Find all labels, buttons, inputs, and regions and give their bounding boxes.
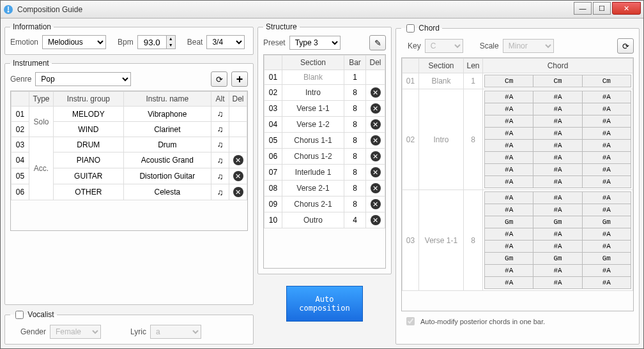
delete-icon[interactable]: ✕ xyxy=(233,187,243,197)
scale-select[interactable]: Minor xyxy=(503,39,554,53)
delete-icon[interactable]: ✕ xyxy=(371,167,381,177)
chord-cell[interactable]: #A xyxy=(582,204,631,216)
delete-icon[interactable]: ✕ xyxy=(371,135,381,145)
chord-cell[interactable]: Gm xyxy=(582,216,631,228)
chord-cell[interactable]: Cm xyxy=(485,75,533,87)
chord-cell[interactable]: #A xyxy=(533,91,582,103)
chord-cell[interactable]: #A xyxy=(485,265,533,277)
chord-cell[interactable]: #A xyxy=(582,164,631,176)
automod-checkbox[interactable] xyxy=(406,317,415,325)
chord-cell[interactable]: #A xyxy=(582,228,631,241)
cell-del[interactable] xyxy=(366,70,385,85)
close-button[interactable]: ✕ xyxy=(612,2,641,15)
cell-del[interactable]: ✕ xyxy=(366,165,385,181)
chord-cell[interactable]: #A xyxy=(485,128,533,140)
chord-cell[interactable]: #A xyxy=(582,152,631,164)
delete-icon[interactable]: ✕ xyxy=(371,199,381,209)
chord-cell[interactable]: #A xyxy=(582,115,631,128)
note-icon[interactable]: ♫ xyxy=(217,124,224,134)
chord-cell[interactable]: Cm xyxy=(582,75,631,87)
delete-icon[interactable]: ✕ xyxy=(371,215,381,225)
chord-cell[interactable]: #A xyxy=(533,152,582,164)
delete-icon[interactable]: ✕ xyxy=(371,151,381,161)
cell-alt[interactable]: ♫ xyxy=(211,152,229,168)
chord-cell[interactable]: #A xyxy=(582,91,631,103)
chord-cell[interactable]: Gm xyxy=(582,253,631,265)
cell-del[interactable]: ✕ xyxy=(366,85,385,101)
genre-select[interactable]: Pop xyxy=(35,72,131,86)
delete-icon[interactable]: ✕ xyxy=(371,119,381,130)
chord-cell[interactable]: #A xyxy=(533,241,582,253)
cell-del[interactable] xyxy=(229,107,247,122)
bpm-spinner[interactable]: ▲▼ xyxy=(137,35,176,49)
cell-del[interactable]: ✕ xyxy=(366,117,385,133)
chord-cell[interactable]: #A xyxy=(485,164,533,176)
chord-cell[interactable]: Gm xyxy=(533,216,582,228)
delete-icon[interactable]: ✕ xyxy=(371,87,381,98)
chord-cell[interactable]: #A xyxy=(485,115,533,128)
chord-cell[interactable]: #A xyxy=(485,204,533,216)
delete-icon[interactable]: ✕ xyxy=(371,183,381,193)
note-icon[interactable]: ♫ xyxy=(217,172,224,181)
vocalist-enable-checkbox[interactable] xyxy=(15,311,24,319)
chord-cell[interactable]: #A xyxy=(582,241,631,253)
cell-alt[interactable]: ♫ xyxy=(211,184,229,200)
cell-alt[interactable]: ♫ xyxy=(211,137,229,152)
cell-del[interactable]: ✕ xyxy=(366,101,385,117)
note-icon[interactable]: ♫ xyxy=(217,140,224,149)
chord-cell[interactable]: #A xyxy=(582,192,631,204)
chord-cell[interactable]: #A xyxy=(533,140,582,152)
chord-cell[interactable]: #A xyxy=(485,91,533,103)
chord-cell[interactable]: #A xyxy=(533,204,582,216)
chord-cell[interactable]: #A xyxy=(485,103,533,115)
chord-cell[interactable]: #A xyxy=(485,192,533,204)
chord-cell[interactable]: #A xyxy=(485,228,533,241)
add-instrument-button[interactable]: + xyxy=(231,71,248,87)
cell-del[interactable]: ✕ xyxy=(366,149,385,165)
chord-cell[interactable]: #A xyxy=(533,277,582,289)
chord-cell[interactable]: #A xyxy=(533,265,582,277)
cell-del[interactable] xyxy=(229,137,247,152)
lyric-select[interactable]: a xyxy=(150,325,201,339)
chord-cell[interactable]: #A xyxy=(485,176,533,188)
chord-cell[interactable]: #A xyxy=(485,241,533,253)
chord-cell[interactable]: Gm xyxy=(485,253,533,265)
chord-cell[interactable]: #A xyxy=(485,152,533,164)
chord-cell[interactable]: #A xyxy=(533,128,582,140)
cell-del[interactable] xyxy=(229,122,247,137)
note-icon[interactable]: ♫ xyxy=(217,109,224,119)
emotion-select[interactable]: Melodious xyxy=(42,35,106,49)
chord-cell[interactable]: #A xyxy=(582,265,631,277)
chord-cell[interactable]: #A xyxy=(533,176,582,188)
chord-cell[interactable]: #A xyxy=(582,140,631,152)
chord-cell[interactable]: #A xyxy=(533,228,582,241)
chord-cell[interactable]: #A xyxy=(485,277,533,289)
chord-cell[interactable]: #A xyxy=(533,192,582,204)
cell-alt[interactable]: ♫ xyxy=(211,107,229,122)
key-select[interactable]: C xyxy=(425,39,463,53)
edit-structure-button[interactable]: ✎ xyxy=(369,35,386,50)
refresh-instrument-button[interactable]: ⟳ xyxy=(211,71,227,87)
chord-cell[interactable]: Gm xyxy=(485,216,533,228)
cell-del[interactable]: ✕ xyxy=(366,181,385,197)
chord-cell[interactable]: #A xyxy=(533,103,582,115)
note-icon[interactable]: ♫ xyxy=(217,188,224,197)
cell-alt[interactable]: ♫ xyxy=(211,122,229,137)
chord-cell[interactable]: Gm xyxy=(533,253,582,265)
auto-composition-button[interactable]: Auto composition xyxy=(286,286,363,322)
bpm-down[interactable]: ▼ xyxy=(166,42,175,48)
bpm-input[interactable] xyxy=(138,36,166,48)
cell-del[interactable]: ✕ xyxy=(229,168,247,184)
chord-cell[interactable]: Cm xyxy=(533,75,582,87)
maximize-button[interactable]: ☐ xyxy=(593,2,611,15)
refresh-chord-button[interactable]: ⟳ xyxy=(617,38,634,54)
cell-del[interactable]: ✕ xyxy=(366,133,385,149)
cell-del[interactable]: ✕ xyxy=(229,152,247,168)
delete-icon[interactable]: ✕ xyxy=(233,155,243,165)
chord-cell[interactable]: #A xyxy=(533,164,582,176)
preset-select[interactable]: Type 3 xyxy=(289,36,341,50)
cell-alt[interactable]: ♫ xyxy=(211,168,229,184)
cell-del[interactable]: ✕ xyxy=(366,212,385,228)
chord-cell[interactable]: #A xyxy=(582,277,631,289)
chord-cell[interactable]: #A xyxy=(582,128,631,140)
